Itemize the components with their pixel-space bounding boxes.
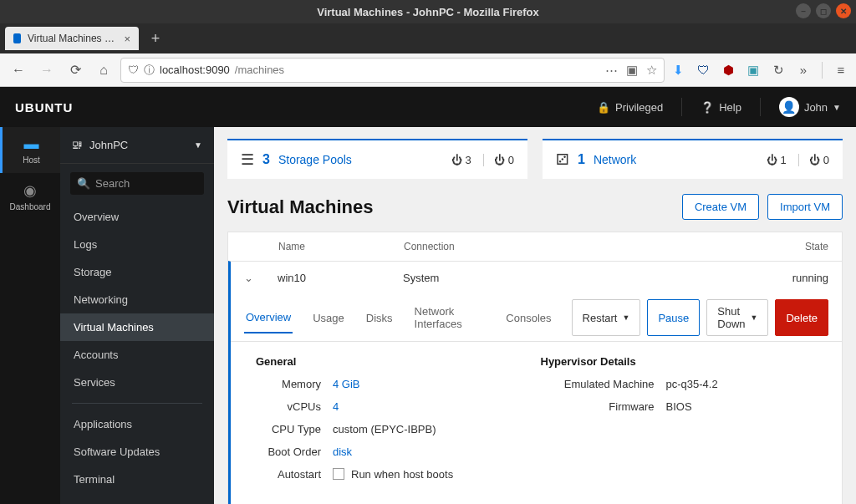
sidebar-item-virtual-machines[interactable]: Virtual Machines bbox=[60, 313, 214, 341]
memory-key: Memory bbox=[256, 378, 333, 390]
sidebar-item-label: Virtual Machines bbox=[74, 321, 154, 333]
sidebar-item-label: Accounts bbox=[74, 349, 118, 361]
memory-value[interactable]: 4 GiB bbox=[333, 378, 360, 390]
power-off-icon: ⏻ bbox=[494, 154, 505, 166]
sidebar-search[interactable]: 🔍 Search bbox=[70, 172, 204, 195]
tab-consoles[interactable]: Consoles bbox=[504, 303, 553, 333]
info-icon: ⓘ bbox=[144, 63, 155, 78]
help-button[interactable]: ❔ Help bbox=[701, 101, 741, 114]
downloads-icon[interactable]: ⬇ bbox=[670, 63, 686, 78]
window-close-button[interactable]: ✕ bbox=[836, 3, 851, 18]
sidebar-item-label: Overview bbox=[74, 211, 119, 223]
vcpus-value[interactable]: 4 bbox=[333, 400, 339, 413]
delete-button[interactable]: Delete bbox=[775, 299, 828, 336]
privileged-label: Privileged bbox=[615, 101, 663, 114]
reader-icon[interactable]: ⋯ bbox=[605, 63, 618, 78]
sidebar-item-label: Applications bbox=[74, 418, 132, 430]
host-icon: ▬ bbox=[3, 135, 60, 153]
browser-toolbar: ← → ⟳ ⌂ 🛡 ⓘ localhost:9090/machines ⋯ ▣ … bbox=[0, 53, 856, 87]
storage-count: 3 bbox=[262, 152, 270, 167]
sidebar-item-overview[interactable]: Overview bbox=[60, 203, 214, 231]
col-name: Name bbox=[278, 241, 404, 252]
autostart-checkbox[interactable] bbox=[333, 468, 344, 480]
chevron-down-icon: ▼ bbox=[194, 140, 202, 150]
sidebar-divider bbox=[72, 403, 202, 404]
restart-button[interactable]: Restart▼ bbox=[572, 299, 641, 336]
bookmark-icon[interactable]: ☆ bbox=[646, 63, 657, 78]
sidebar-item-label: Networking bbox=[74, 293, 128, 306]
pause-button[interactable]: Pause bbox=[647, 299, 700, 336]
cputype-key: CPU Type bbox=[256, 423, 333, 435]
tab-close-icon[interactable]: × bbox=[124, 33, 130, 45]
new-tab-button[interactable]: + bbox=[144, 27, 167, 50]
sidebar-host-selector[interactable]: 🖳 JohnPC ▼ bbox=[60, 127, 214, 164]
sidebar-item-software-updates[interactable]: Software Updates bbox=[60, 438, 214, 466]
sidebar-item-applications[interactable]: Applications bbox=[60, 410, 214, 438]
firmware-key: Firmware bbox=[541, 400, 666, 413]
sidebar-item-label: Software Updates bbox=[74, 445, 160, 458]
bootorder-value[interactable]: disk bbox=[333, 445, 352, 458]
shutdown-button[interactable]: Shut Down▼ bbox=[706, 299, 768, 336]
create-vm-button[interactable]: Create VM bbox=[682, 194, 759, 220]
sidebar-item-storage[interactable]: Storage bbox=[60, 258, 214, 286]
toolbar-separator bbox=[822, 62, 823, 79]
restart-label: Restart bbox=[583, 312, 618, 324]
vm-connection: System bbox=[403, 272, 770, 284]
tab-network-interfaces[interactable]: Network Interfaces bbox=[413, 297, 487, 339]
rail-host[interactable]: ▬ Host bbox=[0, 127, 60, 173]
main-content: ☰ 3 Storage Pools ⏻3 ⏻0 ⚂ 1 bbox=[214, 127, 856, 504]
extension-container-icon[interactable]: ▣ bbox=[745, 63, 762, 78]
expander-icon[interactable]: ⌄ bbox=[244, 272, 278, 284]
general-section: General Memory4 GiB vCPUs4 CPU Typecusto… bbox=[256, 355, 541, 491]
rail-dashboard[interactable]: ◉ Dashboard bbox=[0, 173, 60, 220]
extension-sync-icon[interactable]: ↻ bbox=[770, 63, 787, 78]
vm-details: General Memory4 GiB vCPUs4 CPU Typecusto… bbox=[231, 342, 842, 504]
sidebar-item-terminal[interactable]: Terminal bbox=[60, 466, 214, 493]
tab-overview[interactable]: Overview bbox=[244, 303, 293, 333]
sidebar-item-label: Logs bbox=[74, 238, 97, 251]
sidebar-item-logs[interactable]: Logs bbox=[60, 231, 214, 258]
vcpus-key: vCPUs bbox=[256, 400, 333, 413]
machine-value: pc-q35-4.2 bbox=[666, 378, 718, 390]
browser-tab[interactable]: Virtual Machines - JohnPC × bbox=[5, 27, 139, 50]
user-menu[interactable]: 👤 John ▼ bbox=[779, 97, 841, 117]
reload-button[interactable]: ⟳ bbox=[64, 59, 87, 82]
sidebar-item-services[interactable]: Services bbox=[60, 369, 214, 396]
machine-key: Emulated Machine bbox=[541, 378, 666, 390]
window-minimize-button[interactable]: – bbox=[796, 3, 811, 18]
storage-pools-card[interactable]: ☰ 3 Storage Pools ⏻3 ⏻0 bbox=[227, 139, 527, 179]
extension-ublock-icon[interactable]: 🛡 bbox=[695, 63, 711, 77]
menu-icon[interactable]: ≡ bbox=[833, 63, 849, 77]
forward-button[interactable]: → bbox=[35, 59, 59, 82]
url-bar[interactable]: 🛡 ⓘ localhost:9090/machines ⋯ ▣ ☆ bbox=[120, 58, 665, 83]
hypervisor-title: Hypervisor Details bbox=[541, 355, 826, 368]
tab-disks[interactable]: Disks bbox=[364, 303, 395, 333]
col-connection: Connection bbox=[404, 241, 770, 252]
storage-running: 3 bbox=[466, 154, 471, 166]
chevron-down-icon: ▼ bbox=[622, 313, 629, 322]
sidebar-item-networking[interactable]: Networking bbox=[60, 286, 214, 313]
server-icon: 🖳 bbox=[72, 139, 83, 151]
tab-title: Virtual Machines - JohnPC bbox=[28, 33, 117, 44]
overflow-icon[interactable]: » bbox=[795, 63, 812, 77]
tab-usage[interactable]: Usage bbox=[311, 303, 346, 333]
chevron-down-icon: ▼ bbox=[751, 313, 758, 322]
cockpit-header: UBUNTU 🔒 Privileged ❔ Help 👤 John ▼ bbox=[0, 87, 856, 127]
storage-icon: ☰ bbox=[241, 150, 254, 169]
privileged-toggle[interactable]: 🔒 Privileged bbox=[597, 101, 663, 114]
window-maximize-button[interactable]: ◻ bbox=[816, 3, 831, 18]
window-title: Virtual Machines - JohnPC - Mozilla Fire… bbox=[317, 6, 539, 18]
back-button[interactable]: ← bbox=[7, 59, 30, 82]
network-running: 1 bbox=[781, 154, 787, 166]
network-card[interactable]: ⚂ 1 Network ⏻1 ⏻0 bbox=[543, 139, 843, 179]
home-button[interactable]: ⌂ bbox=[92, 59, 115, 82]
network-stopped: 0 bbox=[823, 154, 829, 166]
import-vm-button[interactable]: Import VM bbox=[767, 194, 843, 220]
vm-row-main[interactable]: ⌄ win10 System running bbox=[231, 262, 842, 294]
avatar-icon: 👤 bbox=[779, 97, 799, 117]
shutdown-label: Shut Down bbox=[717, 305, 745, 330]
sidebar-item-accounts[interactable]: Accounts bbox=[60, 341, 214, 369]
vm-table: Name Connection State ⌄ win10 System run… bbox=[227, 232, 843, 504]
extension-adblock-icon[interactable]: ⬢ bbox=[720, 63, 736, 78]
protection-icon[interactable]: ▣ bbox=[626, 63, 638, 78]
